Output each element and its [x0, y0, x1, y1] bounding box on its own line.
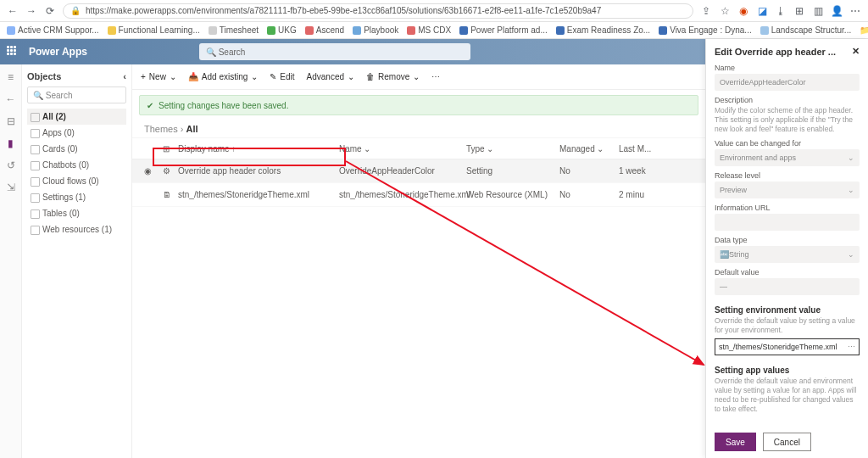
content-area: + New ⌄ 📥 Add existing ⌄ ✎ Edit Advanced…	[132, 64, 705, 458]
file-icon: 🗎	[163, 190, 178, 199]
search-icon: 🔍	[33, 91, 43, 100]
nav-item-tables[interactable]: Tables (0)	[27, 205, 126, 221]
release-field: Preview	[715, 182, 860, 198]
row-check-icon[interactable]: ◉	[144, 166, 163, 176]
bookmark[interactable]: Active CRM Suppor...	[7, 25, 99, 35]
nav-item-webresources[interactable]: Web resources (1)	[27, 221, 126, 237]
overflow-button[interactable]: ⋯	[431, 72, 440, 81]
datatype-field: 🔤 String	[715, 246, 860, 263]
profile-icon[interactable]: 👤	[831, 5, 843, 17]
download-icon[interactable]: ⭳	[775, 5, 787, 17]
command-bar: + New ⌄ 📥 Add existing ⌄ ✎ Edit Advanced…	[132, 64, 705, 90]
search-icon: 🔍	[206, 47, 216, 57]
nav-item-apps[interactable]: Apps (0)	[27, 125, 126, 141]
changefor-label: Value can be changed for	[715, 139, 860, 148]
collections-icon[interactable]: ▥	[812, 5, 824, 17]
url-text: https://make.powerapps.com/environments/…	[86, 6, 601, 15]
env-section-desc: Override the default value by setting a …	[715, 316, 860, 335]
col-name[interactable]: Name ⌄	[339, 144, 466, 154]
new-button[interactable]: + New ⌄	[141, 72, 176, 81]
bookmark[interactable]: Timesheet	[209, 25, 259, 35]
edit-panel: Edit Override app header ...✕ Name Overr…	[705, 39, 868, 458]
back-button[interactable]: ←	[7, 5, 19, 17]
ext1-icon[interactable]: ◉	[737, 5, 749, 17]
collapse-icon[interactable]: ‹	[123, 71, 126, 81]
bookmark[interactable]: Landscape Structur...	[760, 25, 852, 35]
col-displayname[interactable]: Display name ↑	[178, 144, 339, 154]
rail-solution-icon[interactable]: ▮	[8, 137, 14, 149]
table-row[interactable]: 🗎 stn_/themes/StoneridgeTheme.xml stn_/t…	[132, 183, 705, 207]
left-rail: ≡ ← ⊟ ▮ ↺ ⇲	[0, 64, 22, 458]
nav-item-settings[interactable]: Settings (1)	[27, 189, 126, 205]
objects-panel: Objects‹ 🔍 Search All (2) Apps (0) Cards…	[22, 64, 132, 458]
env-value-input[interactable]: stn_/themes/StoneridgeTheme.xml⋯	[715, 338, 860, 355]
waffle-icon[interactable]	[7, 46, 19, 58]
remove-button[interactable]: 🗑 Remove ⌄	[366, 72, 420, 81]
default-field: —	[715, 278, 860, 295]
bookmark[interactable]: Functional Learning...	[108, 25, 200, 35]
app-section-desc: Override the default value and environme…	[715, 377, 860, 414]
rail-tree-icon[interactable]: ⊟	[7, 115, 15, 127]
more-icon[interactable]: ⋯	[848, 343, 855, 351]
lock-icon: 🔒	[70, 6, 81, 15]
share-icon[interactable]: ⇪	[700, 5, 712, 17]
objects-title: Objects‹	[27, 71, 126, 81]
star-icon[interactable]: ☆	[719, 5, 731, 17]
save-button[interactable]: Save	[715, 433, 756, 451]
panel-title: Edit Override app header ...✕	[715, 46, 860, 57]
col-managed[interactable]: Managed ⌄	[559, 144, 619, 154]
bookmark[interactable]: Playbook	[353, 25, 398, 35]
rail-history-icon[interactable]: ↺	[7, 159, 15, 171]
forward-button[interactable]: →	[25, 5, 37, 17]
nav-item-cards[interactable]: Cards (0)	[27, 141, 126, 157]
col-modified[interactable]: Last M...	[619, 144, 661, 154]
close-icon[interactable]: ✕	[852, 46, 860, 57]
brand-label: Power Apps	[29, 46, 87, 58]
bookmarks-bar: Active CRM Suppor... Functional Learning…	[0, 22, 868, 39]
check-icon: ✔	[147, 101, 153, 110]
rail-back-icon[interactable]: ←	[6, 93, 16, 105]
app-section-title: Setting app values	[715, 366, 860, 375]
env-section-title: Setting environment value	[715, 305, 860, 315]
edit-button[interactable]: ✎ Edit	[270, 72, 294, 81]
success-banner: ✔ Setting changes have been saved.	[139, 95, 698, 115]
name-label: Name	[715, 64, 860, 72]
other-favorites[interactable]: 📁Other favorites	[860, 25, 868, 35]
nav-item-cloudflows[interactable]: Cloud flows (0)	[27, 173, 126, 189]
datatype-label: Data type	[715, 236, 860, 244]
refresh-button[interactable]: ⟳	[44, 5, 56, 17]
add-existing-button[interactable]: 📥 Add existing ⌄	[188, 72, 258, 81]
bookmark[interactable]: Exam Readiness Zo...	[556, 25, 650, 35]
bookmark[interactable]: UKG	[267, 25, 297, 35]
global-search[interactable]: 🔍 Search	[199, 43, 470, 60]
browser-toolbar: ← → ⟳ 🔒 https://make.powerapps.com/envir…	[0, 0, 868, 22]
objects-search[interactable]: 🔍 Search	[27, 87, 126, 103]
menu-icon[interactable]: ⋯	[849, 5, 861, 17]
cancel-button[interactable]: Cancel	[763, 433, 811, 451]
table-row[interactable]: ◉ ⚙ Override app header colors OverrideA…	[132, 159, 705, 183]
col-type[interactable]: Type ⌄	[466, 144, 559, 154]
ext2-icon[interactable]: ◪	[756, 5, 768, 17]
bookmark[interactable]: MS CDX	[407, 25, 451, 35]
desc-text: Modify the color scheme of the app heade…	[715, 106, 860, 134]
default-label: Default value	[715, 268, 860, 276]
nav-item-chatbots[interactable]: Chatbots (0)	[27, 157, 126, 173]
advanced-button[interactable]: Advanced ⌄	[307, 72, 354, 81]
desc-label: Description	[715, 96, 860, 104]
bookmark[interactable]: Ascend	[305, 25, 344, 35]
infourl-label: Information URL	[715, 204, 860, 212]
nav-item-all[interactable]: All (2)	[27, 109, 126, 125]
release-label: Release level	[715, 171, 860, 180]
bookmark[interactable]: Viva Engage : Dyna...	[659, 25, 752, 35]
extensions-icon[interactable]: ⊞	[793, 5, 805, 17]
table-header: ⊞ Display name ↑ Name ⌄ Type ⌄ Managed ⌄…	[132, 137, 705, 159]
address-bar[interactable]: 🔒 https://make.powerapps.com/environment…	[63, 3, 693, 19]
setting-icon: ⚙	[163, 166, 178, 176]
name-field: OverrideAppHeaderColor	[715, 74, 860, 91]
rail-menu-icon[interactable]: ≡	[8, 71, 14, 83]
infourl-field	[715, 214, 860, 231]
rail-export-icon[interactable]: ⇲	[7, 182, 15, 193]
bookmark[interactable]: Power Platform ad...	[459, 25, 548, 35]
breadcrumb[interactable]: Themes › All	[132, 120, 705, 137]
changefor-field: Environment and apps	[715, 149, 860, 166]
